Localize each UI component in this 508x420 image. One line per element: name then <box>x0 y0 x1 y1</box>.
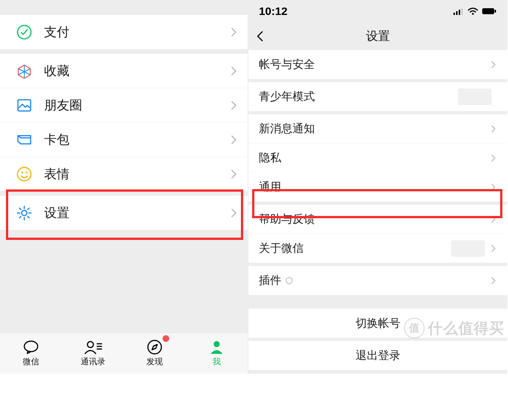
menu-item-settings[interactable]: 设置 <box>0 196 248 230</box>
svg-rect-13 <box>461 8 463 15</box>
tab-contacts[interactable]: 通讯录 <box>62 333 124 374</box>
tab-chat[interactable]: 微信 <box>0 333 62 374</box>
contacts-icon <box>84 340 102 355</box>
chat-icon <box>22 340 40 355</box>
settings-item-about[interactable]: 关于微信 <box>248 234 507 263</box>
settings-item-label: 切换帐号 <box>356 316 400 331</box>
tab-label: 微信 <box>23 356 39 367</box>
status-time: 10:12 <box>259 5 288 18</box>
phone-me-screen: 支付 收藏 朋友圈 卡包 <box>0 0 248 374</box>
chevron-right-icon <box>230 207 237 219</box>
battery-icon <box>482 5 497 18</box>
settings-item-new-msg-notify[interactable]: 新消息通知 <box>248 114 507 143</box>
menu-item-label: 卡包 <box>44 131 230 148</box>
menu-item-moments[interactable]: 朋友圈 <box>0 88 248 123</box>
blurred-value <box>458 89 492 105</box>
watermark-badge: 值 <box>404 318 425 339</box>
menu-item-pay[interactable]: 支付 <box>0 15 248 49</box>
settings-item-logout[interactable]: 退出登录 <box>248 341 507 370</box>
chevron-right-icon <box>490 59 497 70</box>
svg-point-14 <box>472 13 474 15</box>
bottom-tabbar: 微信 通讯录 发现 我 <box>0 333 248 374</box>
svg-point-3 <box>21 172 23 173</box>
menu-item-label: 支付 <box>44 24 230 41</box>
favorites-icon <box>15 62 34 80</box>
chevron-right-icon <box>490 214 497 225</box>
pay-icon <box>15 23 34 41</box>
chevron-right-icon <box>230 27 237 38</box>
discover-icon <box>145 340 164 355</box>
page-title: 设置 <box>366 28 390 44</box>
tab-me[interactable]: 我 <box>186 333 248 374</box>
status-bar: 10:12 <box>248 0 507 22</box>
blurred-value <box>451 240 485 257</box>
menu-item-label: 表情 <box>44 166 230 183</box>
svg-point-0 <box>18 25 31 39</box>
settings-item-label: 退出登录 <box>356 348 400 363</box>
plugin-badge-icon <box>285 276 294 285</box>
svg-rect-15 <box>482 8 494 14</box>
tab-label: 通讯录 <box>81 356 105 367</box>
svg-rect-16 <box>495 10 496 13</box>
tab-label: 我 <box>213 356 221 367</box>
chevron-right-icon <box>490 275 497 286</box>
svg-point-6 <box>24 341 38 352</box>
badge-dot <box>162 335 169 342</box>
chevron-right-icon <box>490 123 497 135</box>
menu-item-label: 朋友圈 <box>44 97 230 114</box>
chevron-right-icon <box>230 100 237 111</box>
menu-item-favorites[interactable]: 收藏 <box>0 54 248 88</box>
settings-item-help-feedback[interactable]: 帮助与反馈 <box>248 205 507 234</box>
svg-rect-12 <box>459 10 460 15</box>
chevron-right-icon <box>490 182 497 193</box>
menu-item-label: 收藏 <box>44 62 230 80</box>
navbar: 设置 <box>248 22 507 50</box>
back-button[interactable] <box>257 29 268 44</box>
moments-icon <box>15 96 34 115</box>
svg-point-5 <box>22 210 27 216</box>
watermark-text: 什么值得买 <box>428 318 504 339</box>
svg-point-7 <box>87 342 93 348</box>
svg-point-2 <box>18 167 31 181</box>
settings-item-label: 帐号与安全 <box>259 57 490 72</box>
svg-rect-10 <box>453 13 455 15</box>
settings-item-general[interactable]: 通用 <box>248 173 507 202</box>
cards-icon <box>15 130 34 149</box>
chevron-right-icon <box>490 243 497 254</box>
settings-item-account-security[interactable]: 帐号与安全 <box>248 50 507 79</box>
chevron-right-icon <box>230 134 237 145</box>
svg-point-9 <box>214 341 220 347</box>
svg-point-4 <box>26 172 28 173</box>
settings-item-label: 通用 <box>259 179 490 195</box>
settings-item-label: 关于微信 <box>259 241 451 256</box>
settings-item-label: 插件 <box>259 273 281 288</box>
stickers-icon <box>15 165 34 183</box>
signal-icon <box>453 5 464 18</box>
settings-item-label: 隐私 <box>259 150 490 166</box>
chevron-right-icon <box>490 152 497 164</box>
menu-item-cards[interactable]: 卡包 <box>0 123 248 157</box>
phone-settings-screen: 10:12 设置 帐号与安全 青少年模式 新消息通知 <box>248 0 507 374</box>
settings-item-plugins[interactable]: 插件 <box>248 266 507 295</box>
wifi-icon <box>468 5 478 18</box>
tab-label: 发现 <box>146 356 163 367</box>
svg-point-8 <box>148 340 161 354</box>
chevron-right-icon <box>230 65 237 77</box>
menu-item-stickers[interactable]: 表情 <box>0 157 248 191</box>
me-icon <box>207 340 226 355</box>
settings-item-label: 帮助与反馈 <box>259 211 490 227</box>
settings-item-youth-mode[interactable]: 青少年模式 <box>248 82 507 111</box>
svg-rect-11 <box>456 11 458 15</box>
settings-icon <box>15 204 34 222</box>
settings-item-label: 青少年模式 <box>259 89 458 104</box>
watermark: 值 什么值得买 <box>404 318 504 339</box>
settings-item-label: 新消息通知 <box>259 121 490 136</box>
tab-discover[interactable]: 发现 <box>124 333 186 374</box>
menu-item-label: 设置 <box>44 204 230 222</box>
chevron-right-icon <box>230 169 237 180</box>
settings-item-privacy[interactable]: 隐私 <box>248 143 507 173</box>
